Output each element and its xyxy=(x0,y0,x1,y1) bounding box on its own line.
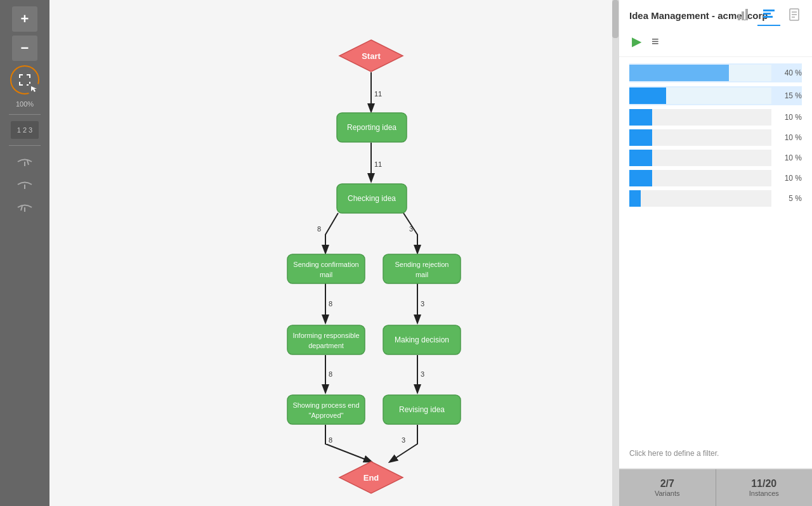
bars-chart: 40 % 15 % 10 % 10 % xyxy=(619,57,812,444)
variants-num: 2/7 xyxy=(624,478,710,490)
minus-icon: − xyxy=(21,40,29,56)
svg-text:Revising idea: Revising idea xyxy=(399,405,445,414)
bar-fill-7 xyxy=(629,190,641,207)
bar-bg-4 xyxy=(629,129,771,146)
svg-text:Sending rejection: Sending rejection xyxy=(395,261,449,268)
zoom-out-button[interactable]: − xyxy=(12,36,37,61)
vertical-scrollbar[interactable] xyxy=(612,0,619,506)
bar-label-2: 15 % xyxy=(776,91,802,100)
svg-rect-4 xyxy=(763,13,771,15)
svg-text:3: 3 xyxy=(402,436,405,444)
bar-fill-1 xyxy=(629,65,729,81)
bar-bg-3 xyxy=(629,109,771,126)
svg-rect-0 xyxy=(738,14,740,20)
variants-stat[interactable]: 2/7 Variants xyxy=(619,469,716,506)
bar-row-2[interactable]: 15 % xyxy=(629,86,802,105)
svg-text:Start: Start xyxy=(362,51,381,61)
speed-down-button[interactable] xyxy=(12,198,37,217)
page-number-button[interactable]: 1 2 3 xyxy=(11,121,39,139)
svg-text:Showing process end: Showing process end xyxy=(292,401,359,409)
instances-label: Instances xyxy=(721,490,808,497)
gantt-icon[interactable] xyxy=(757,3,780,26)
svg-text:mail: mail xyxy=(416,271,428,278)
svg-line-14 xyxy=(21,206,22,211)
svg-text:3: 3 xyxy=(409,225,413,233)
bar-fill-4 xyxy=(629,129,652,146)
bar-label-1: 40 % xyxy=(776,68,802,77)
svg-text:department: department xyxy=(308,342,344,349)
plus-icon: + xyxy=(21,11,29,27)
svg-rect-2 xyxy=(745,9,748,20)
svg-line-11 xyxy=(27,160,29,165)
fit-view-container xyxy=(10,65,40,95)
right-panel: Idea Management - acme_corp ▶ ≡ 40 % 15 … xyxy=(619,0,812,506)
svg-text:mail: mail xyxy=(320,271,332,278)
svg-text:Reporting idea: Reporting idea xyxy=(347,123,396,132)
bar-row-6[interactable]: 10 % xyxy=(629,170,802,186)
bar-row-3[interactable]: 10 % xyxy=(629,109,802,126)
bar-fill-5 xyxy=(629,150,652,166)
svg-text:Sending confirmation: Sending confirmation xyxy=(293,261,358,268)
zoom-level: 100% xyxy=(16,100,34,108)
svg-text:8: 8 xyxy=(329,370,332,378)
play-button[interactable]: ▶ xyxy=(629,31,644,51)
zoom-in-button[interactable]: + xyxy=(12,6,37,32)
document-icon[interactable] xyxy=(783,3,806,26)
speed-normal-icon xyxy=(16,179,34,190)
send-reject-node[interactable] xyxy=(383,254,461,283)
instances-stat[interactable]: 11/20 Instances xyxy=(716,469,813,506)
side-panel: + − 100% 1 2 3 xyxy=(0,0,49,506)
svg-rect-1 xyxy=(742,11,744,20)
svg-text:8: 8 xyxy=(317,225,321,233)
divider-2 xyxy=(9,145,41,146)
speed-down-icon xyxy=(16,202,34,213)
send-confirm-node[interactable] xyxy=(287,254,365,283)
svg-text:11: 11 xyxy=(374,160,382,168)
filter-text[interactable]: Click here to define a filter. xyxy=(619,444,812,469)
svg-text:8: 8 xyxy=(329,300,332,308)
bar-bg-1 xyxy=(629,65,771,81)
page-number-label: 1 2 3 xyxy=(17,126,32,134)
list-button[interactable]: ≡ xyxy=(649,32,662,51)
svg-text:End: End xyxy=(363,473,379,483)
showing-end-node[interactable] xyxy=(287,395,365,424)
bar-row-1[interactable]: 40 % xyxy=(629,63,802,82)
flow-diagram: 11 11 8 3 8 3 8 3 8 xyxy=(49,0,601,506)
canvas-area[interactable]: 11 11 8 3 8 3 8 3 8 xyxy=(49,0,619,506)
svg-rect-3 xyxy=(763,10,775,11)
bar-fill-2 xyxy=(629,88,666,104)
right-panel-footer: 2/7 Variants 11/20 Instances xyxy=(619,469,812,506)
bar-bg-5 xyxy=(629,150,771,166)
informing-node[interactable] xyxy=(287,325,365,354)
scroll-thumb[interactable] xyxy=(612,0,619,38)
svg-text:Checking idea: Checking idea xyxy=(348,194,396,203)
bar-row-7[interactable]: 5 % xyxy=(629,190,802,207)
svg-text:"Approved": "Approved" xyxy=(309,412,344,419)
bar-bg-2 xyxy=(629,88,771,104)
svg-text:11: 11 xyxy=(374,90,382,98)
bar-label-3: 10 % xyxy=(776,113,802,122)
speed-normal-button[interactable] xyxy=(12,175,37,194)
variants-label: Variants xyxy=(624,490,710,497)
global-header xyxy=(698,0,812,29)
bar-label-6: 10 % xyxy=(776,174,802,183)
svg-text:3: 3 xyxy=(421,370,424,378)
bar-label-5: 10 % xyxy=(776,153,802,162)
svg-rect-5 xyxy=(763,16,773,18)
bar-label-7: 5 % xyxy=(776,194,802,203)
bar-row-5[interactable]: 10 % xyxy=(629,150,802,166)
bar-fill-6 xyxy=(629,170,652,186)
bar-bg-7 xyxy=(629,190,771,207)
bar-bg-6 xyxy=(629,170,771,186)
svg-text:Making decision: Making decision xyxy=(395,335,449,344)
cursor-icon xyxy=(29,84,39,94)
right-panel-toolbar: ▶ ≡ xyxy=(619,26,812,57)
speed-up-icon xyxy=(16,156,34,167)
bar-row-4[interactable]: 10 % xyxy=(629,129,802,146)
bar-chart-icon[interactable] xyxy=(732,3,755,26)
bar-fill-3 xyxy=(629,109,652,126)
speed-up-button[interactable] xyxy=(12,152,37,171)
divider-1 xyxy=(9,114,41,115)
bar-label-4: 10 % xyxy=(776,133,802,142)
instances-num: 11/20 xyxy=(721,478,808,490)
